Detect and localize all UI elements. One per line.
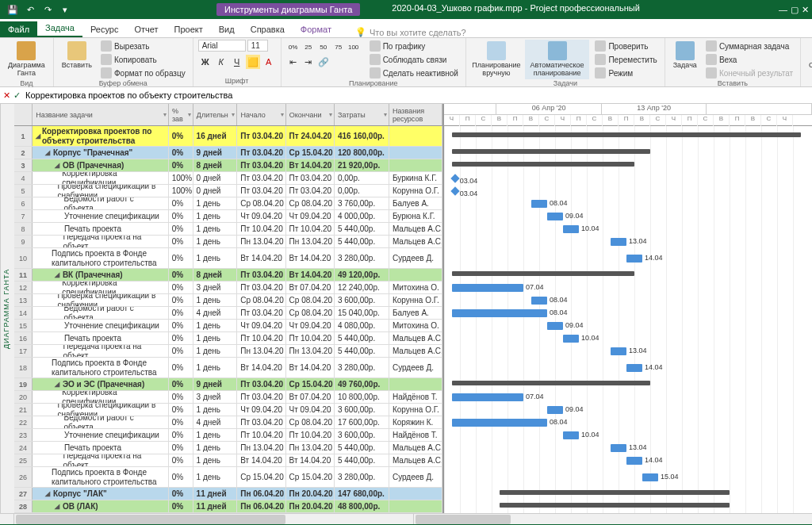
confirm-entry-icon[interactable]: ✓ bbox=[13, 90, 21, 101]
gantt-task-bar[interactable]: 07.04 bbox=[452, 393, 523, 401]
minimize-icon[interactable]: — bbox=[779, 5, 787, 15]
gantt-summary-bar[interactable] bbox=[452, 149, 650, 154]
tab-report[interactable]: Отчет bbox=[126, 21, 166, 37]
col-rownum[interactable] bbox=[14, 104, 33, 125]
summary-task-button[interactable]: Суммарная задача bbox=[703, 40, 795, 52]
table-row[interactable]: 8Печать проекта0%1 деньПт 10.04.20Пт 10.… bbox=[14, 223, 442, 236]
table-row[interactable]: 26Подпись проекта в Фонде капитального с… bbox=[14, 467, 442, 488]
pct75-button[interactable]: 75 bbox=[331, 40, 346, 54]
collapse-icon[interactable]: ◢ bbox=[55, 503, 61, 510]
collapse-icon[interactable]: ◢ bbox=[55, 162, 61, 169]
format-painter-button[interactable]: Формат по образцу bbox=[98, 67, 188, 79]
collapse-icon[interactable]: ◢ bbox=[36, 132, 40, 140]
table-row[interactable]: 9Передача проекта на объект0%1 деньПн 13… bbox=[14, 236, 442, 248]
auto-schedule-button[interactable]: Автоматическое планирование bbox=[525, 40, 590, 79]
underline-button[interactable]: Ч bbox=[230, 55, 244, 69]
gantt-chart-button[interactable]: Диаграмма Ганта bbox=[5, 40, 48, 79]
gantt-task-bar[interactable]: 07.04 bbox=[452, 284, 523, 292]
table-row[interactable]: 18Подпись проекта в Фонде капитального с… bbox=[14, 358, 442, 378]
pct50-button[interactable]: 50 bbox=[316, 40, 331, 54]
fill-color-button[interactable]: 🟨 bbox=[246, 55, 260, 69]
cancel-entry-icon[interactable]: ✕ bbox=[3, 90, 10, 101]
save-icon[interactable]: 💾 bbox=[6, 3, 19, 16]
gantt-task-bar[interactable]: 15.04 bbox=[642, 473, 658, 481]
outdent-button[interactable]: ⇤ bbox=[286, 55, 301, 69]
pct0-button[interactable]: 0% bbox=[286, 40, 301, 54]
table-row[interactable]: 22Ведомости работ с объекта0%4 днейПт 03… bbox=[14, 416, 442, 429]
inspect-button[interactable]: Проверить bbox=[592, 40, 659, 52]
table-row[interactable]: 24Печать проекта0%1 деньПн 13.04.20Пн 13… bbox=[14, 442, 442, 454]
gantt-task-bar[interactable]: 09.04 bbox=[547, 322, 563, 330]
table-row[interactable]: 10Подпись проекта в Фонде капитального с… bbox=[14, 248, 442, 269]
tab-resource[interactable]: Ресурс bbox=[82, 21, 126, 37]
gantt-task-bar[interactable]: 13.04 bbox=[611, 444, 626, 452]
col-pct[interactable]: % зав bbox=[169, 104, 193, 125]
pct100-button[interactable]: 100 bbox=[347, 40, 361, 54]
tell-me-search[interactable]: 💡 Что вы хотите сделать? bbox=[355, 27, 466, 37]
gantt-task-bar[interactable]: 08.04 bbox=[531, 200, 547, 208]
gantt-task-bar[interactable]: 10.04 bbox=[563, 335, 579, 343]
table-row[interactable]: 1◢Корректировка проектов по объекту стро… bbox=[14, 126, 442, 147]
milestone-button[interactable]: Веха bbox=[703, 53, 795, 66]
table-row[interactable]: 6Ведомости работ с объекта0%1 деньСр 08.… bbox=[14, 197, 442, 210]
gantt-task-bar[interactable]: 08.04 bbox=[531, 297, 547, 305]
gantt-summary-bar[interactable] bbox=[500, 503, 730, 508]
gantt-task-bar[interactable]: 13.04 bbox=[611, 347, 626, 355]
gantt-summary-bar[interactable] bbox=[452, 381, 650, 385]
table-row[interactable]: 19◢ЭО и ЭС (Прачечная)0%9 днейПт 03.04.2… bbox=[14, 378, 442, 391]
gantt-task-bar[interactable]: 08.04 bbox=[452, 309, 547, 317]
mode-button[interactable]: Режим bbox=[592, 67, 659, 79]
by-schedule-button[interactable]: По графику bbox=[367, 40, 461, 52]
gantt-summary-bar[interactable] bbox=[452, 271, 634, 276]
close-icon[interactable]: ✕ bbox=[802, 5, 809, 15]
collapse-icon[interactable]: ◢ bbox=[55, 271, 61, 278]
gantt-task-bar[interactable]: 14.04 bbox=[626, 364, 642, 372]
view-rail[interactable]: ДИАГРАММА ГАНТА bbox=[0, 104, 14, 513]
paste-button[interactable]: Вставить bbox=[59, 40, 95, 71]
gantt-chart[interactable]: 06 Апр '2013 Апр '20 ЧПСВПВСЧПСВПВСЧПСВП… bbox=[442, 104, 812, 513]
gantt-summary-bar[interactable] bbox=[452, 162, 634, 167]
table-row[interactable]: 27◢Корпус "ЛАК"0%11 днейПн 06.04.20Пн 20… bbox=[14, 488, 442, 500]
table-row[interactable]: 13Проверка спецификации в снабжении0%1 д… bbox=[14, 294, 442, 307]
font-size-select[interactable]: 11 bbox=[247, 40, 268, 52]
copy-button[interactable]: Копировать bbox=[98, 53, 188, 66]
gantt-task-bar[interactable]: 13.04 bbox=[611, 238, 626, 246]
collapse-icon[interactable]: ◢ bbox=[55, 381, 61, 388]
gantt-task-bar[interactable]: 08.04 bbox=[452, 419, 547, 427]
gantt-task-bar[interactable]: 14.04 bbox=[626, 457, 642, 465]
collapse-icon[interactable]: ◢ bbox=[45, 490, 52, 497]
maximize-icon[interactable]: ▢ bbox=[791, 5, 799, 15]
tab-format[interactable]: Формат bbox=[293, 21, 339, 37]
cut-button[interactable]: Вырезать bbox=[98, 40, 188, 52]
pct25-button[interactable]: 25 bbox=[301, 40, 316, 54]
col-resources[interactable]: Названия ресурсов bbox=[389, 104, 442, 125]
gantt-task-bar[interactable]: 10.04 bbox=[563, 225, 579, 233]
font-color-button[interactable]: A bbox=[262, 55, 276, 69]
table-row[interactable]: 5Проверка спецификации в снабжении100%0 … bbox=[14, 185, 442, 197]
italic-button[interactable]: К bbox=[214, 55, 228, 69]
horizontal-scrollbar[interactable] bbox=[0, 513, 812, 524]
table-row[interactable]: 7Уточнение спецификации0%1 деньЧт 09.04.… bbox=[14, 210, 442, 223]
manual-schedule-button[interactable]: Планирование вручную bbox=[471, 40, 522, 79]
task-insert-button[interactable]: Задача bbox=[670, 40, 700, 71]
gantt-summary-bar[interactable] bbox=[452, 132, 801, 137]
table-row[interactable]: 21Проверка спецификации в снабжении0%1 д… bbox=[14, 404, 442, 416]
link-button[interactable]: 🔗 bbox=[316, 55, 331, 69]
tab-help[interactable]: Справка bbox=[243, 21, 293, 37]
tab-file[interactable]: Файл bbox=[0, 21, 37, 37]
gantt-task-bar[interactable]: 09.04 bbox=[547, 213, 563, 220]
table-row[interactable]: 25Передача проекта на объект0%1 деньВт 1… bbox=[14, 454, 442, 467]
table-row[interactable]: 17Передача проекта на объект0%1 деньПн 1… bbox=[14, 345, 442, 358]
table-row[interactable]: 14Ведомости работ с объекта0%4 днейПт 03… bbox=[14, 307, 442, 320]
indent-button[interactable]: ⇥ bbox=[301, 55, 316, 69]
font-name-select[interactable]: Arial bbox=[198, 40, 246, 52]
info-button[interactable]: Сведения bbox=[806, 40, 812, 71]
table-row[interactable]: 20Корректировка спецификации0%3 днейПт 0… bbox=[14, 391, 442, 404]
qat-more-icon[interactable]: ▾ bbox=[59, 3, 71, 16]
redo-icon[interactable]: ↷ bbox=[41, 3, 54, 16]
tab-task[interactable]: Задача bbox=[37, 20, 82, 37]
col-start[interactable]: Начало bbox=[237, 104, 285, 125]
inactivate-button[interactable]: Сделать неактивной bbox=[367, 67, 461, 79]
col-end[interactable]: Окончани bbox=[286, 104, 335, 125]
gantt-task-bar[interactable]: 14.04 bbox=[626, 255, 642, 262]
